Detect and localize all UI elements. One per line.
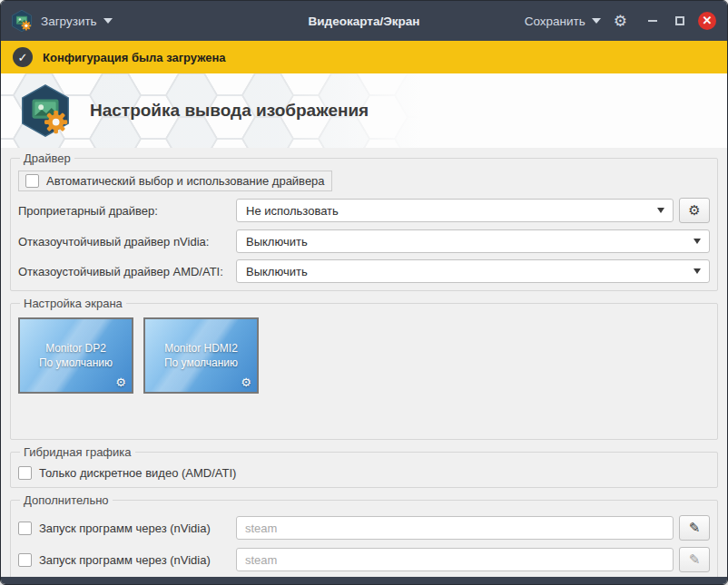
discrete-only-checkbox-row[interactable]: Только дискретное видео (AMD/ATI) <box>18 466 710 480</box>
monitor-list: Monitor DP2 По умолчанию ⚙ Monitor HDMI2… <box>18 317 710 432</box>
app-window: Загрузить Видеокарта/Экран Сохранить ⚙ ✕… <box>0 0 728 585</box>
chevron-down-icon <box>592 18 601 24</box>
failsafe-nvidia-value: Выключить <box>246 235 308 249</box>
titlebar-right: Сохранить ⚙ ✕ <box>517 9 718 34</box>
close-button[interactable]: ✕ <box>696 10 718 32</box>
launch-program-input-2[interactable] <box>236 548 674 571</box>
maximize-icon <box>675 16 684 25</box>
auto-driver-checkbox[interactable] <box>25 174 39 188</box>
driver-settings-button[interactable]: ⚙ <box>679 198 710 223</box>
driver-group-title: Драйвер <box>20 151 74 165</box>
chevron-down-icon <box>694 268 701 274</box>
minimize-icon <box>648 20 657 22</box>
bottom-frame-bar <box>1 577 727 584</box>
chevron-down-icon <box>694 239 701 244</box>
monitor-name: Monitor DP2 <box>45 341 106 356</box>
auto-driver-checkbox-label: Автоматический выбор и использование дра… <box>46 174 325 188</box>
monitor-name: Monitor HDMI2 <box>164 341 238 356</box>
pencil-icon: ✎ <box>689 551 701 568</box>
additional-group-title: Дополнительно <box>20 493 113 507</box>
failsafe-nvidia-select[interactable]: Выключить <box>236 229 710 253</box>
additional-group: Дополнительно Запуск программ через (nVi… <box>10 493 718 577</box>
failsafe-nvidia-label: Отказоучтойчивый драйвер nVidia: <box>18 235 236 249</box>
failsafe-amd-row: Отказоустойчивый драйвер AMD/ATI: Выключ… <box>18 259 710 283</box>
edit-launch-button-2[interactable]: ✎ <box>679 547 710 572</box>
pencil-icon: ✎ <box>689 520 701 536</box>
close-icon: ✕ <box>698 12 716 30</box>
proprietary-driver-label: Проприетарный драйвер: <box>18 204 236 218</box>
videocard-app-icon <box>17 83 74 139</box>
monitor-hdmi2[interactable]: Monitor HDMI2 По умолчанию ⚙ <box>143 317 259 394</box>
launch-checkbox-row-1[interactable]: Запуск программ через (nVidia) <box>18 522 236 535</box>
success-check-icon: ✓ <box>13 47 33 67</box>
launch-label-2: Запуск программ через (nVidia) <box>39 553 211 567</box>
maximize-button[interactable] <box>669 10 691 32</box>
discrete-only-checkbox-label: Только дискретное видео (AMD/ATI) <box>39 466 236 480</box>
monitor-status: По умолчанию <box>39 356 113 370</box>
launch-program-input-1[interactable] <box>236 516 674 540</box>
monitor-dp2[interactable]: Monitor DP2 По умолчанию ⚙ <box>18 317 133 394</box>
monitor-status: По умолчанию <box>164 356 238 370</box>
proprietary-driver-select[interactable]: Не использовать <box>236 199 674 222</box>
app-icon <box>10 9 34 33</box>
hybrid-group-title: Гибридная графика <box>20 445 135 459</box>
screen-group: Настройка экрана Monitor DP2 По умолчани… <box>10 297 718 440</box>
edit-launch-button-1[interactable]: ✎ <box>679 515 710 541</box>
launch-checkbox-1[interactable] <box>18 522 32 535</box>
launch-checkbox-2[interactable] <box>18 553 32 567</box>
load-button-label: Загрузить <box>41 15 97 28</box>
launch-row-1: Запуск программ через (nVidia) ✎ <box>18 515 710 541</box>
launch-row-2: Запуск программ через (nVidia) ✎ <box>18 547 710 572</box>
chevron-down-icon <box>657 208 664 213</box>
minimize-button[interactable] <box>642 10 664 32</box>
auto-driver-focus-frame: Автоматический выбор и использование дра… <box>18 171 332 191</box>
hybrid-group: Гибридная графика Только дискретное виде… <box>10 445 718 488</box>
save-button-label: Сохранить <box>525 15 585 28</box>
auto-driver-checkbox-row[interactable]: Автоматический выбор и использование дра… <box>25 174 325 188</box>
gear-icon: ⚙ <box>614 13 627 30</box>
proprietary-driver-value: Не использовать <box>246 204 339 218</box>
page-title: Настройка вывода изображения <box>90 101 369 121</box>
launch-label-1: Запуск программ через (nVidia) <box>39 522 211 535</box>
page-header: Настройка вывода изображения <box>1 73 727 148</box>
launch-checkbox-row-2[interactable]: Запуск программ через (nVidia) <box>18 553 236 567</box>
monitor-gear-icon[interactable]: ⚙ <box>115 375 126 389</box>
discrete-only-checkbox[interactable] <box>18 466 32 480</box>
load-button[interactable]: Загрузить <box>34 9 120 34</box>
main-content: Драйвер Автоматический выбор и использов… <box>1 148 727 577</box>
save-button[interactable]: Сохранить <box>517 9 608 34</box>
chevron-down-icon <box>103 18 113 24</box>
monitor-gear-icon[interactable]: ⚙ <box>241 375 251 389</box>
gear-icon: ⚙ <box>688 202 700 219</box>
screen-group-title: Настройка экрана <box>20 297 126 310</box>
proprietary-driver-row: Проприетарный драйвер: Не использовать ⚙ <box>18 198 710 223</box>
failsafe-amd-select[interactable]: Выключить <box>236 259 710 283</box>
failsafe-amd-value: Выключить <box>246 265 308 278</box>
settings-gear-button[interactable]: ⚙ <box>614 12 627 31</box>
titlebar: Загрузить Видеокарта/Экран Сохранить ⚙ ✕ <box>1 1 727 41</box>
titlebar-left: Загрузить <box>10 9 120 34</box>
notification-text: Конфигурация была загружена <box>43 51 226 64</box>
driver-group: Драйвер Автоматический выбор и использов… <box>10 151 718 291</box>
notification-bar: ✓ Конфигурация была загружена <box>1 41 727 73</box>
failsafe-nvidia-row: Отказоучтойчивый драйвер nVidia: Выключи… <box>18 229 710 253</box>
failsafe-amd-label: Отказоустойчивый драйвер AMD/ATI: <box>18 265 236 278</box>
